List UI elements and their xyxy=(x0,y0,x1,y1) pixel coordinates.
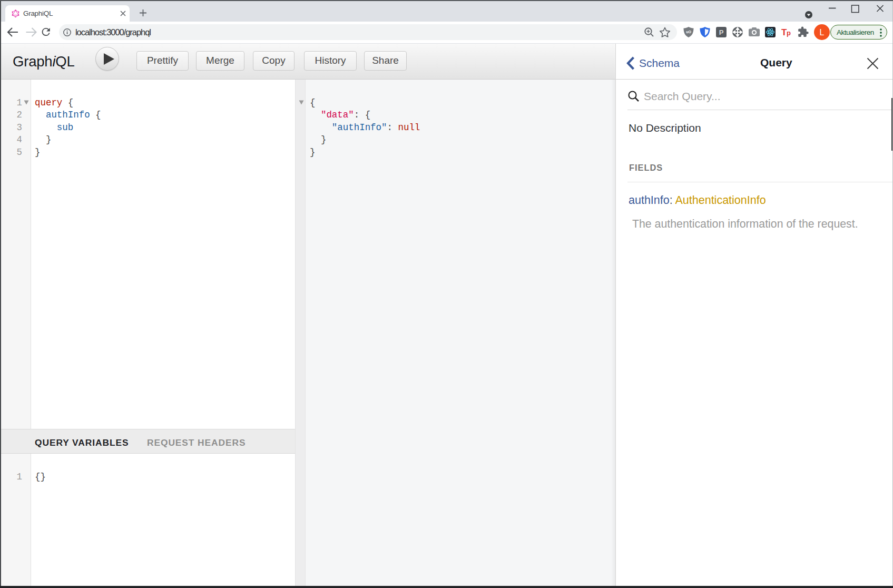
svg-text:P: P xyxy=(719,28,724,36)
svg-text:L: L xyxy=(820,28,825,37)
svg-text:uO: uO xyxy=(686,30,691,34)
svg-text:p: p xyxy=(787,29,791,37)
